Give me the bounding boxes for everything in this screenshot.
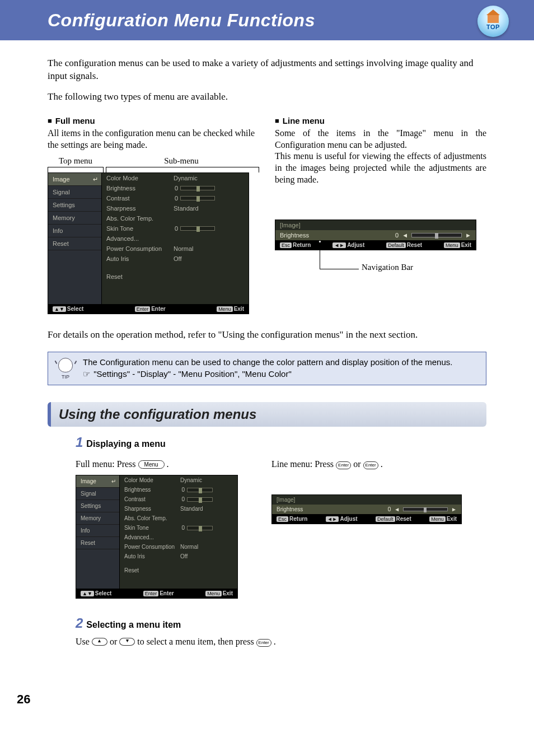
tip-line2: "Settings" - "Display" - "Menu Position"… bbox=[91, 369, 292, 379]
top-home-icon[interactable]: TOP bbox=[477, 6, 509, 37]
osd-powercons-label: Power Consumption bbox=[106, 245, 174, 252]
key-menu-icon: Menu bbox=[444, 242, 460, 248]
section-title: Using the configuration menus bbox=[59, 407, 479, 422]
line-menu-desc1: Some of the items in the "Image" menu in… bbox=[275, 128, 486, 151]
title-bar: Configuration Menu Functions TOP bbox=[0, 0, 534, 40]
enter-button-icon[interactable]: Enter bbox=[256, 639, 271, 647]
slider-icon bbox=[180, 226, 215, 231]
slider-icon bbox=[411, 233, 462, 237]
tip-label: TIP bbox=[53, 374, 78, 380]
osd-reset-label: Reset bbox=[106, 273, 174, 280]
tip-line1: The Configuration menu can be used to ch… bbox=[83, 357, 452, 368]
lightbulb-icon bbox=[58, 358, 73, 372]
osd-footer: ▲▼Select EnterEnter MenuExit bbox=[48, 304, 249, 314]
osd-item-signal: Signal bbox=[76, 488, 119, 500]
enter-button-icon[interactable]: Enter bbox=[336, 461, 351, 469]
nav-bar-caption: Navigation Bar bbox=[362, 263, 413, 272]
step1-or: or bbox=[353, 459, 363, 469]
menu-button-icon[interactable]: Menu bbox=[138, 460, 165, 469]
top-label: TOP bbox=[486, 24, 500, 30]
osd-full-menu-small: Image Signal Settings Memory Info Reset … bbox=[76, 475, 238, 599]
osd-item-signal[interactable]: Signal bbox=[48, 186, 101, 199]
full-menu-desc: All items in the configuration menu can … bbox=[48, 128, 259, 151]
line-menu-column: ■Line menu Some of the items in the "Ima… bbox=[275, 116, 486, 315]
step1-full-label: Full menu: Press bbox=[76, 459, 138, 469]
osd-color-mode-value: Dynamic bbox=[174, 175, 198, 181]
osd-item-reset[interactable]: Reset bbox=[48, 237, 101, 250]
step-1: 1 Displaying a menu Full menu: Press Men… bbox=[76, 435, 486, 599]
slider-icon bbox=[187, 497, 213, 502]
tip-icon: TIP bbox=[53, 357, 78, 380]
step-1-title: Displaying a menu bbox=[86, 439, 165, 449]
arrow-left-icon: ◄ bbox=[394, 506, 400, 512]
arrow-right-icon: ► bbox=[451, 506, 457, 512]
label-top-menu: Top menu bbox=[48, 156, 104, 166]
osd-skintone-label: Skin Tone bbox=[106, 225, 174, 232]
step1-line-label: Line menu: Press bbox=[271, 459, 336, 469]
callout-line bbox=[320, 242, 359, 269]
house-icon bbox=[488, 15, 499, 23]
osd-contrast-label: Contrast bbox=[106, 195, 174, 202]
osd-item-settings: Settings bbox=[76, 500, 119, 512]
osd-item-settings[interactable]: Settings bbox=[48, 199, 101, 212]
osd-skintone-value: 0 bbox=[174, 225, 178, 232]
osd-abscolortemp-label: Abs. Color Temp. bbox=[106, 215, 174, 222]
step-1-num: 1 bbox=[76, 435, 83, 450]
label-sub-menu: Sub-menu bbox=[104, 156, 259, 166]
step-2-num: 2 bbox=[76, 615, 83, 631]
key-enter-icon: Enter bbox=[135, 306, 151, 312]
details-para: For details on the operation method, ref… bbox=[48, 329, 486, 342]
period: . bbox=[274, 637, 276, 646]
osd-item-info: Info bbox=[76, 525, 119, 537]
osd-color-mode-label: Color Mode bbox=[106, 175, 174, 181]
slider-icon bbox=[180, 186, 215, 190]
osd-advanced-label: Advanced... bbox=[106, 235, 174, 242]
enter-button-icon[interactable]: Enter bbox=[363, 461, 378, 469]
osd-foot-exit: Exit bbox=[234, 306, 244, 312]
key-default-icon: Default bbox=[386, 242, 406, 248]
full-menu-column: ■Full menu All items in the configuratio… bbox=[48, 116, 259, 315]
osd-item-image: Image bbox=[76, 475, 119, 488]
osd-line-foot-return: Return bbox=[293, 242, 311, 248]
osd-full-menu: Image Signal Settings Memory Info Reset … bbox=[48, 172, 249, 314]
osd-line-row-label: Brightness bbox=[280, 232, 309, 239]
step2-text-a: Use bbox=[76, 637, 92, 646]
full-menu-heading: ■Full menu bbox=[48, 116, 259, 125]
osd-item-image[interactable]: Image bbox=[48, 173, 101, 186]
osd-brightness-label: Brightness bbox=[106, 185, 174, 192]
period: . bbox=[167, 459, 169, 469]
tip-box: TIP The Configuration menu can be used t… bbox=[48, 352, 486, 385]
osd-foot-enter: Enter bbox=[151, 306, 166, 312]
line-menu-heading-text: Line menu bbox=[283, 116, 325, 125]
osd-item-info[interactable]: Info bbox=[48, 225, 101, 237]
up-button-icon[interactable] bbox=[92, 638, 107, 646]
section-using-menus: Using the configuration menus bbox=[48, 402, 486, 427]
osd-autoiris-value: Off bbox=[174, 255, 181, 262]
step2-text-c: to select a menu item, then press bbox=[137, 637, 256, 646]
key-select-icon: ▲▼ bbox=[53, 306, 66, 312]
osd-line-row-value: 0 bbox=[395, 232, 399, 239]
slider-icon bbox=[187, 488, 213, 492]
pointing-hand-icon: ☞ bbox=[83, 369, 90, 379]
page-number: 26 bbox=[0, 692, 534, 707]
osd-line-footer: EscReturn ◄►Adjust DefaultReset MenuExit bbox=[275, 240, 476, 250]
page-title: Configuration Menu Functions bbox=[48, 10, 315, 31]
osd-sub-menu-list: Color ModeDynamic Brightness0 Contrast0 … bbox=[102, 173, 249, 304]
osd-line-menu: [Image] Brightness 0 ◄ ► EscReturn ◄►Adj… bbox=[275, 220, 476, 250]
osd-sharpness-value: Standard bbox=[174, 205, 199, 212]
slider-icon bbox=[187, 526, 213, 530]
osd-line-menu-small: [Image] Brightness 0 ◄ ► EscReturn bbox=[271, 494, 462, 524]
slider-icon bbox=[403, 507, 448, 511]
osd-contrast-value: 0 bbox=[174, 195, 178, 202]
down-button-icon[interactable] bbox=[119, 638, 135, 646]
osd-line-foot-reset: Reset bbox=[407, 242, 422, 248]
osd-powercons-value: Normal bbox=[174, 245, 193, 252]
arrow-left-icon: ◄ bbox=[402, 232, 408, 239]
period: . bbox=[381, 459, 383, 469]
osd-autoiris-label: Auto Iris bbox=[106, 255, 174, 262]
arrow-right-icon: ► bbox=[465, 232, 471, 239]
osd-item-memory[interactable]: Memory bbox=[48, 212, 101, 225]
line-menu-heading: ■Line menu bbox=[275, 116, 486, 125]
line-menu-desc2: This menu is useful for viewing the effe… bbox=[275, 151, 486, 185]
key-esc-icon: Esc bbox=[280, 242, 292, 248]
